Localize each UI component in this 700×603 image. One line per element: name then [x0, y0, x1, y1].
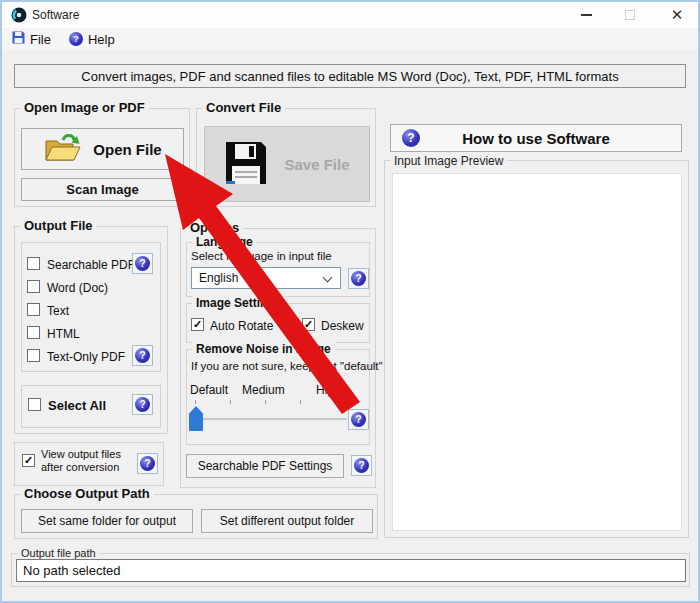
maximize-button[interactable] — [616, 4, 644, 25]
remove-noise-group-title: Remove Noise in Image — [192, 342, 335, 356]
input-preview-title: Input Image Preview — [390, 154, 507, 168]
close-button[interactable]: ✕ — [662, 4, 692, 25]
slider-tick — [195, 400, 196, 404]
menu-help-label: Help — [88, 32, 115, 47]
menu-file-label: File — [30, 32, 51, 47]
checkbox-view-output[interactable]: ✓ — [22, 454, 35, 467]
output-path-field: No path selected — [16, 559, 686, 582]
help-searchable-pdf-button[interactable]: ? — [132, 253, 153, 274]
help-noise-button[interactable]: ? — [348, 409, 369, 430]
banner-text: Convert images, PDF and scanned files to… — [81, 69, 618, 84]
help-select-all-button[interactable]: ? — [132, 394, 153, 415]
minimize-icon — [581, 14, 592, 16]
checkbox-text[interactable] — [27, 303, 40, 316]
checkbox-text-only-pdf-label: Text-Only PDF — [47, 350, 125, 364]
convert-file-group-title: Convert File — [202, 100, 285, 115]
help-icon: ? — [69, 32, 83, 46]
menu-help[interactable]: ? Help — [69, 32, 115, 47]
noise-level-high: High — [316, 383, 341, 397]
help-icon: ? — [351, 412, 366, 427]
app-icon — [11, 7, 27, 27]
checkbox-html[interactable] — [27, 326, 40, 339]
view-output-label-line2: after conversion — [41, 461, 119, 473]
noise-level-medium: Medium — [242, 383, 285, 397]
deskew-label: Deskew — [321, 319, 364, 333]
checkbox-auto-rotate[interactable]: ✓ — [191, 318, 204, 331]
language-group-title: Language — [192, 235, 257, 249]
checkbox-deskew[interactable]: ✓ — [302, 318, 315, 331]
slider-tick — [265, 400, 266, 404]
set-same-folder-label: Set same folder for output — [38, 514, 176, 528]
open-image-group-title: Open Image or PDF — [20, 100, 149, 115]
slider-tick — [300, 400, 301, 404]
open-file-button[interactable]: Open File — [21, 128, 184, 170]
checkbox-select-all[interactable] — [28, 398, 41, 411]
help-icon: ? — [354, 458, 369, 473]
searchable-pdf-settings-button[interactable]: Searchable PDF Settings — [186, 454, 344, 478]
language-value: English — [199, 271, 238, 285]
output-path-value: No path selected — [23, 563, 121, 578]
choose-output-path-title: Choose Output Path — [20, 486, 154, 501]
checkbox-word-doc-label: Word (Doc) — [47, 281, 108, 295]
help-view-output-button[interactable]: ? — [137, 453, 158, 474]
searchable-pdf-settings-label: Searchable PDF Settings — [198, 459, 333, 473]
checkbox-word-doc[interactable] — [27, 280, 40, 293]
help-language-button[interactable]: ? — [348, 268, 369, 289]
select-all-label: Select All — [48, 398, 106, 413]
view-output-label-line1: View output files — [41, 448, 121, 460]
auto-rotate-label: Auto Rotate — [210, 319, 273, 333]
noise-slider-track[interactable] — [191, 418, 347, 420]
floppy-disk-icon — [224, 140, 268, 189]
title-bar: Software ✕ — [2, 2, 698, 28]
chevron-down-icon — [323, 273, 333, 283]
noise-level-default: Default — [190, 383, 228, 397]
banner: Convert images, PDF and scanned files to… — [14, 64, 686, 88]
window-title: Software — [32, 8, 79, 22]
help-text-only-pdf-button[interactable]: ? — [132, 345, 153, 366]
language-dropdown[interactable]: English — [191, 267, 341, 289]
options-group-title: Options — [186, 220, 243, 235]
scan-image-button[interactable]: Scan Image — [21, 178, 184, 201]
help-icon: ? — [135, 256, 150, 271]
language-hint: Select language in input file — [191, 250, 332, 262]
save-file-label: Save File — [284, 156, 349, 173]
help-icon: ? — [135, 348, 150, 363]
floppy-icon — [12, 31, 25, 47]
how-to-use-label: How to use Software — [462, 130, 610, 147]
maximize-icon — [625, 10, 635, 20]
checkbox-html-label: HTML — [47, 327, 80, 341]
checkbox-text-only-pdf[interactable] — [27, 349, 40, 362]
remove-noise-hint: If you are not sure, keep it at "default… — [191, 360, 383, 372]
image-settings-group-title: Image Settings — [192, 296, 285, 310]
checkbox-text-label: Text — [47, 304, 69, 318]
how-to-use-button[interactable]: ? How to use Software — [390, 124, 682, 152]
help-icon: ? — [402, 129, 420, 147]
help-icon: ? — [135, 397, 150, 412]
input-preview-area — [392, 173, 682, 531]
input-preview-group: Input Image Preview — [384, 160, 689, 538]
open-file-label: Open File — [93, 141, 161, 158]
checkbox-searchable-pdf[interactable] — [27, 257, 40, 270]
slider-tick — [230, 400, 231, 404]
open-folder-icon — [43, 133, 83, 166]
output-file-group-title: Output File — [20, 218, 97, 233]
menu-bar: File ? Help — [2, 28, 698, 50]
slider-tick — [335, 400, 336, 404]
menu-file[interactable]: File — [12, 31, 51, 47]
app-window: Software ✕ File ? Help Convert images, P… — [0, 0, 700, 603]
save-file-button[interactable]: Save File — [204, 126, 370, 202]
minimize-button[interactable] — [572, 4, 600, 25]
set-different-folder-label: Set different output folder — [220, 514, 355, 528]
checkbox-searchable-pdf-label: Searchable PDF — [47, 258, 135, 272]
output-path-label: Output file path — [17, 547, 100, 559]
scan-image-label: Scan Image — [66, 182, 138, 197]
set-different-folder-button[interactable]: Set different output folder — [201, 509, 373, 533]
help-icon: ? — [351, 271, 366, 286]
help-icon: ? — [140, 456, 155, 471]
help-pdf-settings-button[interactable]: ? — [351, 455, 372, 476]
set-same-folder-button[interactable]: Set same folder for output — [21, 509, 193, 533]
